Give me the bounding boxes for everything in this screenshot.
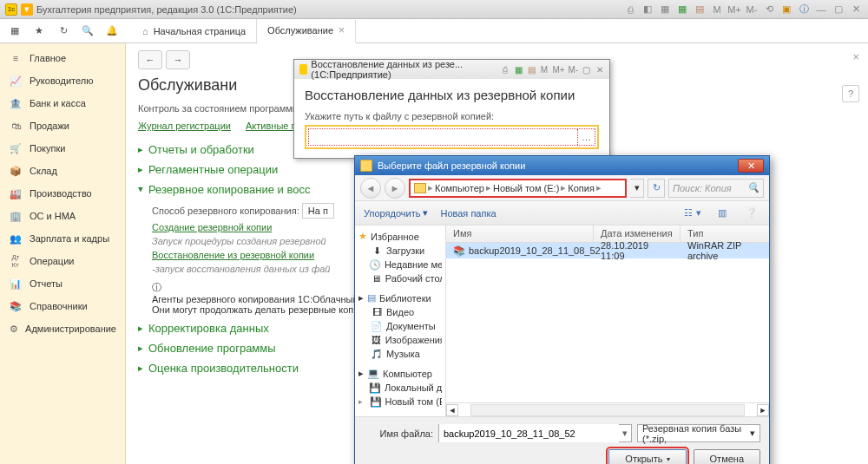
content-close-icon[interactable]: ×	[852, 50, 859, 63]
breadcrumb-path[interactable]: ▸ Компьютер ▸ Новый том (E:) ▸ Копия ▸	[409, 179, 627, 198]
link-restore-backup[interactable]: Восстановление из резервной копии	[152, 250, 314, 260]
tree-music[interactable]: 🎵Музыка	[357, 347, 444, 361]
sidebar-item-manager[interactable]: 📈Руководителю	[0, 69, 125, 92]
browse-button[interactable]: …	[577, 129, 595, 145]
path-folder[interactable]: Копия	[568, 183, 595, 193]
factory-icon: 🏭	[9, 186, 23, 200]
sidebar-item-admin[interactable]: ⚙Администрирование	[0, 317, 125, 340]
app-menu-dropdown[interactable]: ▾	[21, 3, 33, 16]
app-logo-icon: 1c	[5, 3, 17, 16]
tree-downloads[interactable]: ⬇Загрузки	[357, 244, 444, 258]
tree-recent[interactable]: 🕓Недавние места	[357, 258, 444, 271]
sidebar-item-purchases[interactable]: 🛒Покупки	[0, 137, 125, 160]
close-icon[interactable]: ✕	[849, 3, 863, 16]
organize-menu[interactable]: Упорядочить ▾	[364, 207, 428, 219]
nav-forward-button[interactable]: ►	[385, 178, 405, 199]
minimize-icon[interactable]: —	[814, 3, 828, 16]
dialog-minimize-icon[interactable]: ▢	[582, 63, 591, 75]
tab-close-icon[interactable]: ×	[339, 24, 345, 36]
sidebar-item-production[interactable]: 🏭Производство	[0, 182, 125, 205]
path-computer[interactable]: Компьютер	[435, 183, 484, 193]
m-plus-letter[interactable]: М+	[727, 3, 741, 16]
cancel-button[interactable]: Отмена	[694, 449, 760, 464]
dialog-icon-2[interactable]: ▤	[527, 63, 536, 75]
tree-videos[interactable]: 🎞Видео	[357, 305, 444, 319]
link-create-backup[interactable]: Создание резервной копии	[152, 222, 272, 232]
new-folder-button[interactable]: Новая папка	[440, 208, 496, 219]
dialog-m-plus[interactable]: М+	[552, 63, 564, 75]
tree-libraries[interactable]: ▸▤Библиотеки	[357, 291, 444, 305]
m-letter[interactable]: М	[710, 3, 724, 16]
apps-grid-icon[interactable]: ▦	[3, 20, 26, 42]
tree-documents[interactable]: 📄Документы	[357, 319, 444, 333]
sidebar-item-salary[interactable]: 👥Зарплата и кадры	[0, 227, 125, 250]
tree-local-disk[interactable]: 💾Локальный диск	[357, 381, 444, 395]
tree-images[interactable]: 🖼Изображения	[357, 333, 444, 347]
folder-icon	[414, 183, 426, 193]
sidebar-item-operations[interactable]: ДтКтОперации	[0, 250, 125, 272]
tree-favorites[interactable]: ★Избранное	[357, 229, 444, 244]
tree-desktop[interactable]: 🖥Рабочий стол	[357, 271, 444, 285]
sidebar-item-sales[interactable]: 🛍Продажи	[0, 114, 125, 137]
tab-home-label: Начальная страница	[154, 26, 246, 36]
file-dialog-close-button[interactable]: ✕	[738, 159, 764, 173]
maximize-icon[interactable]: ▢	[832, 3, 845, 16]
tree-computer[interactable]: ▸💻Компьютер	[357, 366, 444, 381]
column-name[interactable]: Имя	[446, 225, 594, 242]
filename-dropdown[interactable]: ▾	[619, 428, 631, 439]
dialog-m-minus[interactable]: М-	[568, 63, 578, 75]
nav-back-button[interactable]: ←	[138, 50, 162, 69]
preview-pane-button[interactable]: ▥	[713, 205, 731, 222]
sidebar-item-main[interactable]: ≡Главное	[0, 47, 125, 69]
search-icon: 🔍	[747, 182, 760, 193]
dialog-m[interactable]: М	[540, 63, 549, 75]
sidebar-item-catalogs[interactable]: 📚Справочники	[0, 295, 125, 317]
path-drive[interactable]: Новый том (E:)	[493, 183, 559, 193]
file-filter-select[interactable]: Резервная копия базы (*.zip,▾	[637, 424, 760, 442]
box-icon[interactable]: ▣	[779, 3, 793, 16]
dialog-icon-1[interactable]: ▦	[514, 63, 523, 75]
help-button[interactable]: ?	[842, 85, 859, 102]
sidebar-item-bank[interactable]: 🏦Банк и касса	[0, 92, 125, 114]
scroll-left-icon[interactable]: ◄	[446, 404, 458, 416]
history-icon[interactable]: ↻	[52, 20, 75, 42]
tb-icon-1[interactable]: ◧	[641, 3, 654, 16]
scroll-right-icon[interactable]: ►	[757, 404, 769, 416]
info-icon[interactable]: ⓘ	[797, 3, 811, 16]
restore-path-input[interactable]	[309, 129, 577, 145]
scrollbar-track[interactable]	[470, 404, 745, 416]
open-button[interactable]: Открыть ▾	[608, 449, 686, 464]
m-minus-letter[interactable]: М-	[745, 3, 759, 16]
nav-back-button[interactable]: ◄	[360, 178, 381, 199]
tab-bar: ⌂ Начальная страница Обслуживание ×	[132, 19, 356, 42]
tab-home[interactable]: ⌂ Начальная страница	[132, 19, 257, 42]
file-dialog-titlebar[interactable]: Выберите файл резервной копии ✕	[355, 156, 769, 175]
restore-dialog-titlebar[interactable]: Восстановление данных из резе... (1С:Пре…	[294, 60, 609, 79]
backup-method-select[interactable]: На п	[302, 203, 334, 219]
dialog-print-icon[interactable]: ⎙	[501, 63, 510, 75]
sidebar-item-assets[interactable]: 🏢ОС и НМА	[0, 205, 125, 227]
calendar-icon[interactable]: ▦	[675, 3, 689, 16]
sidebar-item-reports[interactable]: 📊Отчеты	[0, 272, 125, 295]
nav-forward-button[interactable]: →	[166, 50, 190, 69]
sidebar-item-warehouse[interactable]: 📦Склад	[0, 160, 125, 182]
view-mode-button[interactable]: ☷ ▾	[684, 205, 701, 222]
refresh-button[interactable]: ↻	[648, 179, 665, 198]
back-icon[interactable]: ⟲	[762, 3, 776, 16]
dialog-close-icon[interactable]: ✕	[595, 63, 604, 75]
tb-icon-2[interactable]: ▦	[658, 3, 672, 16]
tab-service[interactable]: Обслуживание ×	[257, 20, 356, 43]
search-input[interactable]: Поиск: Копия🔍	[668, 179, 764, 198]
file-row[interactable]: 📚backup2019_10_28_11_08_52 28.10.2019 11…	[446, 243, 769, 258]
horizontal-scrollbar[interactable]: ◄ ►	[446, 402, 769, 416]
filename-input[interactable]	[439, 424, 619, 442]
calc-icon[interactable]: ▤	[693, 3, 707, 16]
notifications-icon[interactable]: 🔔	[101, 20, 123, 42]
help-icon[interactable]: ❔	[743, 205, 760, 222]
path-dropdown[interactable]: ▾	[630, 179, 644, 198]
tree-new-volume[interactable]: ▸💾Новый том (E:)	[357, 395, 444, 408]
link-log[interactable]: Журнал регистрации	[138, 121, 231, 131]
print-icon[interactable]: ⎙	[623, 3, 637, 16]
favorites-icon[interactable]: ★	[28, 20, 50, 42]
search-icon[interactable]: 🔍	[76, 20, 99, 42]
